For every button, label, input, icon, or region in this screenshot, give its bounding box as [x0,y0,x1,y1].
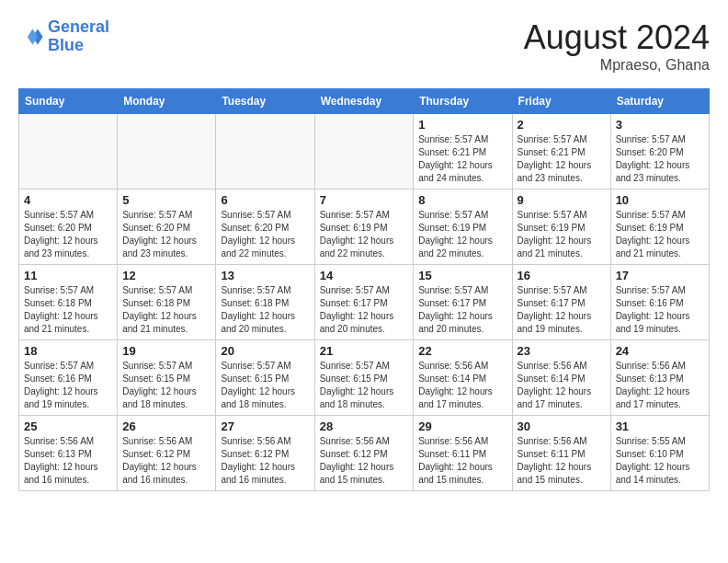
day-info: Sunrise: 5:57 AMSunset: 6:15 PMDaylight:… [320,360,409,411]
calendar-table: SundayMondayTuesdayWednesdayThursdayFrid… [18,88,710,491]
day-info: Sunrise: 5:56 AMSunset: 6:14 PMDaylight:… [518,360,606,411]
weekday-header-monday: Monday [118,89,216,114]
weekday-header-wednesday: Wednesday [314,89,414,114]
calendar-cell: 2Sunrise: 5:57 AMSunset: 6:21 PMDaylight… [512,114,610,190]
day-info: Sunrise: 5:56 AMSunset: 6:13 PMDaylight:… [616,360,704,411]
calendar-week-row: 1Sunrise: 5:57 AMSunset: 6:21 PMDaylight… [19,114,710,190]
day-number: 10 [616,193,704,207]
day-info: Sunrise: 5:56 AMSunset: 6:12 PMDaylight:… [122,435,210,487]
day-number: 2 [518,118,606,132]
calendar-cell: 8Sunrise: 5:57 AMSunset: 6:19 PMDaylight… [414,190,512,265]
day-number: 22 [418,344,506,358]
calendar-cell: 24Sunrise: 5:56 AMSunset: 6:13 PMDayligh… [610,340,709,416]
calendar-cell [19,114,118,190]
weekday-header-friday: Friday [512,89,610,114]
calendar-cell [216,114,314,190]
calendar-cell: 5Sunrise: 5:57 AMSunset: 6:20 PMDaylight… [118,190,216,265]
calendar-cell: 9Sunrise: 5:57 AMSunset: 6:19 PMDaylight… [512,190,610,265]
calendar-cell: 12Sunrise: 5:57 AMSunset: 6:18 PMDayligh… [118,265,216,340]
calendar-cell [118,114,216,190]
day-number: 30 [518,419,606,433]
weekday-header-tuesday: Tuesday [216,89,314,114]
logo-icon [18,24,44,50]
day-info: Sunrise: 5:57 AMSunset: 6:17 PMDaylight:… [418,284,506,336]
day-info: Sunrise: 5:55 AMSunset: 6:10 PMDaylight:… [616,435,704,487]
day-info: Sunrise: 5:57 AMSunset: 6:19 PMDaylight:… [518,209,606,260]
calendar-cell: 6Sunrise: 5:57 AMSunset: 6:20 PMDaylight… [216,190,314,265]
calendar-cell: 26Sunrise: 5:56 AMSunset: 6:12 PMDayligh… [118,416,216,491]
day-info: Sunrise: 5:57 AMSunset: 6:21 PMDaylight:… [518,133,606,185]
day-number: 9 [518,193,606,207]
day-number: 20 [221,344,309,358]
day-number: 12 [122,269,210,282]
calendar-cell: 7Sunrise: 5:57 AMSunset: 6:19 PMDaylight… [314,190,414,265]
calendar-cell: 4Sunrise: 5:57 AMSunset: 6:20 PMDaylight… [19,190,118,265]
day-number: 11 [24,269,112,282]
calendar-cell: 10Sunrise: 5:57 AMSunset: 6:19 PMDayligh… [610,190,709,265]
calendar-cell: 29Sunrise: 5:56 AMSunset: 6:11 PMDayligh… [414,416,512,491]
day-number: 1 [418,118,506,132]
day-number: 4 [24,193,112,207]
calendar-cell: 20Sunrise: 5:57 AMSunset: 6:15 PMDayligh… [216,340,314,416]
day-number: 23 [518,344,606,358]
weekday-header-thursday: Thursday [414,89,512,114]
day-number: 19 [122,344,210,358]
day-number: 31 [616,419,704,433]
day-number: 8 [418,193,506,207]
day-info: Sunrise: 5:57 AMSunset: 6:20 PMDaylight:… [122,209,210,260]
calendar-cell: 18Sunrise: 5:57 AMSunset: 6:16 PMDayligh… [19,340,118,416]
month-year-title: August 2024 [524,18,710,57]
svg-marker-2 [28,29,38,44]
logo: General Blue [18,18,109,55]
calendar-week-row: 11Sunrise: 5:57 AMSunset: 6:18 PMDayligh… [19,265,710,340]
day-info: Sunrise: 5:57 AMSunset: 6:17 PMDaylight:… [518,284,606,336]
calendar-cell: 19Sunrise: 5:57 AMSunset: 6:15 PMDayligh… [118,340,216,416]
day-info: Sunrise: 5:57 AMSunset: 6:16 PMDaylight:… [616,284,704,336]
calendar-header-row: SundayMondayTuesdayWednesdayThursdayFrid… [19,89,710,114]
day-number: 13 [221,269,309,282]
day-info: Sunrise: 5:56 AMSunset: 6:12 PMDaylight:… [221,435,309,487]
day-number: 17 [616,269,704,282]
calendar-cell: 16Sunrise: 5:57 AMSunset: 6:17 PMDayligh… [512,265,610,340]
day-number: 15 [418,269,506,282]
logo-line1: General [48,17,109,36]
day-info: Sunrise: 5:57 AMSunset: 6:19 PMDaylight:… [616,209,704,260]
calendar-cell: 14Sunrise: 5:57 AMSunset: 6:17 PMDayligh… [314,265,414,340]
weekday-header-sunday: Sunday [19,89,118,114]
day-info: Sunrise: 5:56 AMSunset: 6:11 PMDaylight:… [518,435,606,487]
day-number: 7 [320,193,409,207]
day-info: Sunrise: 5:57 AMSunset: 6:20 PMDaylight:… [221,209,309,260]
day-info: Sunrise: 5:57 AMSunset: 6:18 PMDaylight:… [122,284,210,336]
logo-line2: Blue [48,36,84,54]
calendar-cell: 23Sunrise: 5:56 AMSunset: 6:14 PMDayligh… [512,340,610,416]
day-info: Sunrise: 5:57 AMSunset: 6:15 PMDaylight:… [122,360,210,411]
day-number: 14 [320,269,409,282]
day-number: 5 [122,193,210,207]
day-info: Sunrise: 5:56 AMSunset: 6:12 PMDaylight:… [320,435,409,487]
day-info: Sunrise: 5:56 AMSunset: 6:14 PMDaylight:… [418,360,506,411]
calendar-cell: 13Sunrise: 5:57 AMSunset: 6:18 PMDayligh… [216,265,314,340]
calendar-cell: 28Sunrise: 5:56 AMSunset: 6:12 PMDayligh… [314,416,414,491]
location-subtitle: Mpraeso, Ghana [524,57,710,74]
day-info: Sunrise: 5:56 AMSunset: 6:13 PMDaylight:… [24,435,112,487]
day-info: Sunrise: 5:57 AMSunset: 6:16 PMDaylight:… [24,360,112,411]
day-number: 25 [24,419,112,433]
day-number: 26 [122,419,210,433]
calendar-cell: 11Sunrise: 5:57 AMSunset: 6:18 PMDayligh… [19,265,118,340]
day-number: 3 [616,118,704,132]
calendar-cell: 27Sunrise: 5:56 AMSunset: 6:12 PMDayligh… [216,416,314,491]
logo-text: General Blue [48,18,109,55]
day-info: Sunrise: 5:57 AMSunset: 6:18 PMDaylight:… [24,284,112,336]
calendar-cell [314,114,414,190]
calendar-week-row: 4Sunrise: 5:57 AMSunset: 6:20 PMDaylight… [19,190,710,265]
calendar-cell: 17Sunrise: 5:57 AMSunset: 6:16 PMDayligh… [610,265,709,340]
calendar-cell: 21Sunrise: 5:57 AMSunset: 6:15 PMDayligh… [314,340,414,416]
calendar-cell: 3Sunrise: 5:57 AMSunset: 6:20 PMDaylight… [610,114,709,190]
day-info: Sunrise: 5:56 AMSunset: 6:11 PMDaylight:… [418,435,506,487]
day-number: 16 [518,269,606,282]
day-number: 27 [221,419,309,433]
page-header: General Blue August 2024 Mpraeso, Ghana [18,18,710,74]
day-number: 18 [24,344,112,358]
day-info: Sunrise: 5:57 AMSunset: 6:21 PMDaylight:… [418,133,506,185]
day-info: Sunrise: 5:57 AMSunset: 6:19 PMDaylight:… [320,209,409,260]
